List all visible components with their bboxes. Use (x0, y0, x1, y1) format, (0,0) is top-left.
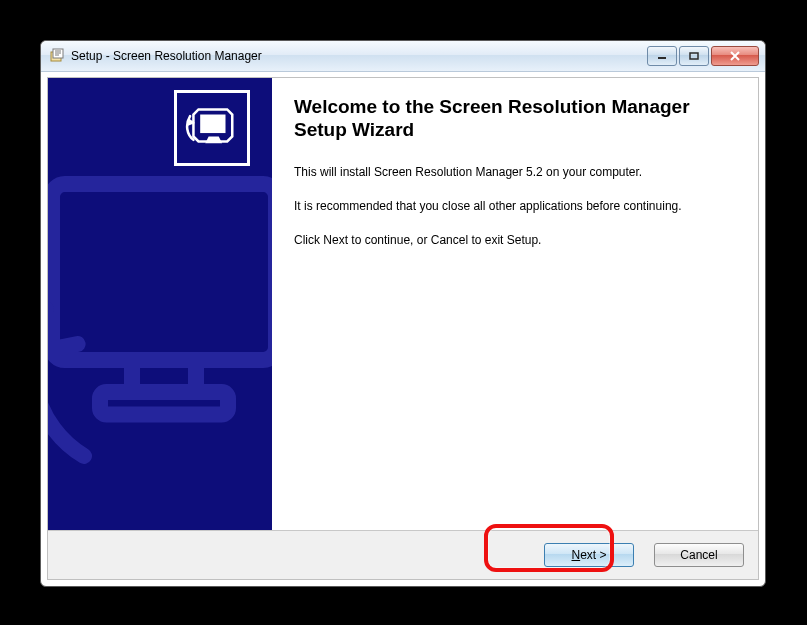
window-title: Setup - Screen Resolution Manager (71, 49, 645, 63)
installer-icon (49, 48, 65, 64)
svg-rect-2 (658, 57, 666, 59)
monitor-watermark-icon (48, 168, 272, 488)
svg-rect-6 (200, 115, 225, 134)
monitor-icon (174, 90, 250, 166)
wizard-side-image (48, 78, 272, 531)
wizard-paragraph-2: It is recommended that you close all oth… (294, 198, 732, 214)
svg-rect-5 (100, 392, 228, 414)
button-bar: Next > Cancel (48, 530, 758, 579)
window-buttons (645, 46, 759, 66)
wizard-heading: Welcome to the Screen Resolution Manager… (294, 96, 732, 142)
maximize-button[interactable] (679, 46, 709, 66)
client-area: Welcome to the Screen Resolution Manager… (47, 77, 759, 580)
cancel-button[interactable]: Cancel (654, 543, 744, 567)
wizard-paragraph-3: Click Next to continue, or Cancel to exi… (294, 232, 732, 248)
setup-dialog: Setup - Screen Resolution Manager (40, 40, 766, 587)
wizard-content: Welcome to the Screen Resolution Manager… (272, 78, 758, 531)
next-button[interactable]: Next > (544, 543, 634, 567)
svg-rect-4 (52, 184, 272, 360)
next-label-rest: ext > (580, 548, 606, 562)
title-bar[interactable]: Setup - Screen Resolution Manager (41, 41, 765, 72)
svg-rect-3 (690, 53, 698, 59)
close-button[interactable] (711, 46, 759, 66)
content-area: Welcome to the Screen Resolution Manager… (48, 78, 758, 531)
wizard-paragraph-1: This will install Screen Resolution Mana… (294, 164, 732, 180)
minimize-button[interactable] (647, 46, 677, 66)
next-accelerator: N (571, 548, 580, 562)
